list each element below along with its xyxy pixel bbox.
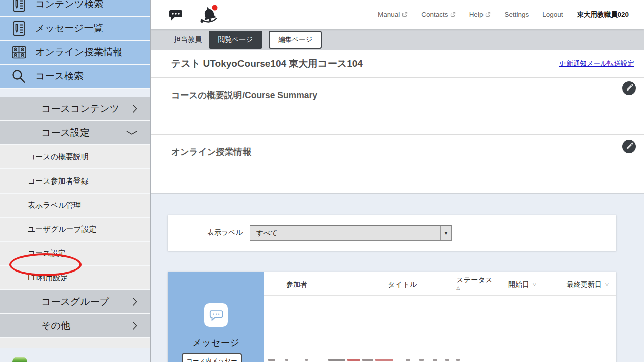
sidebar-item-display-label-management[interactable]: 表示ラベル管理 [0, 194, 150, 218]
message-table-header-row: 参加者 タイトル ステータス △ 開始日 ▽ 最終更新日 ▽ [264, 272, 616, 296]
sidebar-item-label: コース参加者登録 [28, 176, 89, 186]
sidebar-group-others[interactable]: その他 [0, 314, 150, 338]
sidebar-item-label: コース設定 [28, 249, 66, 258]
column-label: 開始日 [508, 280, 529, 288]
sidebar-item-label: コンテンツ検索 [35, 0, 103, 11]
sidebar-group-label: コースコンテンツ [41, 102, 119, 115]
sort-asc-icon: △ [456, 285, 492, 290]
sort-desc-icon: ▽ [533, 282, 536, 287]
sidebar-group-label: コースグループ [41, 295, 109, 308]
message-category-cell: メッセージ コース内メッセー [168, 272, 264, 362]
external-link-icon [485, 12, 491, 17]
chevron-right-icon [131, 104, 138, 114]
search-icon [10, 68, 27, 85]
clipped-row-text [268, 359, 515, 361]
column-header-title[interactable]: タイトル [388, 280, 417, 289]
sidebar-group-label: その他 [41, 319, 70, 332]
course-summary-section: コースの概要説明/Course Summary [151, 78, 644, 135]
sidebar-item-label: ユーザグループ設定 [28, 225, 97, 234]
external-link-icon [450, 12, 456, 17]
column-header-status[interactable]: ステータス △ [456, 276, 492, 290]
settings-link[interactable]: Settings [504, 11, 529, 18]
select-dropdown-arrow-icon[interactable]: ▼ [440, 226, 451, 240]
chevron-right-icon [131, 321, 138, 331]
sidebar-menu: コンテンツ検索 メッセージ一覧 [0, 0, 150, 348]
main-area: Manual Contacts Help [151, 0, 644, 362]
external-link-icon [402, 12, 408, 17]
message-panel-title: メッセージ [168, 336, 264, 349]
logout-link[interactable]: Logout [542, 11, 563, 18]
sidebar-item-course-settings[interactable]: コース設定 [0, 242, 150, 266]
manual-link[interactable]: Manual [378, 11, 408, 18]
sidebar-item-label: コースの概要説明 [28, 152, 89, 162]
display-label-selected-value: すべて [250, 229, 440, 238]
course-message-button[interactable]: コース内メッセー [182, 353, 242, 362]
sidebar-item-message-list[interactable]: メッセージ一覧 [0, 17, 150, 41]
sidebar-divider [0, 89, 150, 97]
course-title-bar: テスト UTokyoCourse104 東大用コース104 更新通知メール転送設… [151, 50, 644, 78]
online-class-info-heading: オンライン授業情報 [151, 135, 644, 158]
display-label-select[interactable]: すべて ▼ [250, 225, 452, 241]
sidebar: コンテンツ検索 メッセージ一覧 [0, 0, 151, 362]
sort-desc-icon: ▽ [605, 282, 609, 287]
topbar-nav: Manual Contacts Help [378, 11, 563, 18]
sidebar-group-label: コース設定 [41, 126, 90, 139]
messages-icon[interactable] [168, 8, 184, 22]
tab-view-page[interactable]: 閲覧ページ [209, 31, 262, 49]
role-label: 担当教員 [174, 35, 202, 44]
sidebar-group-course-settings[interactable]: コース設定 [0, 121, 150, 145]
chevron-down-icon [125, 130, 138, 136]
message-table: 参加者 タイトル ステータス △ 開始日 ▽ 最終更新日 ▽ [264, 272, 616, 362]
current-user-name: 東大用教職員020 [577, 10, 629, 19]
edit-course-summary-button[interactable] [622, 81, 636, 95]
content-background: 表示ラベル すべて ▼ メ [151, 194, 644, 362]
top-bar: Manual Contacts Help [151, 0, 644, 29]
contacts-link-label: Contacts [421, 11, 448, 18]
sidebar-item-online-class-info[interactable]: オンライン授業情報 [0, 41, 150, 65]
help-link[interactable]: Help [469, 11, 491, 18]
column-header-start-date[interactable]: 開始日 ▽ [508, 280, 536, 289]
sidebar-item-label: LTI利用設定 [28, 273, 68, 283]
sidebar-group-course-group[interactable]: コースグループ [0, 290, 150, 314]
display-label-filter-label: 表示ラベル [196, 228, 243, 237]
logout-link-label: Logout [542, 11, 563, 18]
notifications-bell-icon[interactable] [198, 4, 220, 25]
settings-link-label: Settings [504, 11, 529, 18]
help-link-label: Help [469, 11, 484, 18]
sidebar-item-lti-settings[interactable]: LTI利用設定 [0, 266, 150, 290]
sidebar-group-course-contents[interactable]: コースコンテンツ [0, 97, 150, 121]
sidebar-item-course-summary[interactable]: コースの概要説明 [0, 145, 150, 169]
column-header-last-updated[interactable]: 最終更新日 ▽ [567, 280, 609, 289]
column-label: 最終更新日 [567, 280, 602, 288]
clipboard-doc-icon [10, 20, 27, 37]
sidebar-item-user-group-settings[interactable]: ユーザグループ設定 [0, 218, 150, 242]
page-tab-strip: 担当教員 閲覧ページ 編集ページ [151, 29, 644, 50]
green-logo-icon [12, 357, 27, 362]
edit-online-class-info-button[interactable] [622, 140, 636, 153]
sidebar-item-content-search[interactable]: コンテンツ検索 [0, 0, 150, 17]
sidebar-item-label: オンライン授業情報 [35, 46, 122, 59]
tab-edit-page[interactable]: 編集ページ [269, 31, 322, 49]
sidebar-item-label: コース検索 [35, 70, 84, 83]
display-label-filter-panel: 表示ラベル すべて ▼ [168, 215, 616, 251]
online-class-info-section: オンライン授業情報 [151, 135, 644, 194]
column-label: 参加者 [286, 280, 307, 288]
sidebar-item-participant-registration[interactable]: コース参加者登録 [0, 169, 150, 194]
contacts-link[interactable]: Contacts [421, 11, 455, 18]
column-label: ステータス [456, 276, 492, 284]
manual-link-label: Manual [378, 11, 400, 18]
sidebar-item-label: 表示ラベル管理 [28, 201, 81, 210]
message-bubble-icon [204, 303, 228, 327]
video-grid-icon [10, 44, 27, 61]
course-title: テスト UTokyoCourse104 東大用コース104 [171, 57, 559, 70]
chevron-right-icon [131, 297, 138, 307]
column-header-participants[interactable]: 参加者 [286, 280, 307, 289]
update-notification-mail-link[interactable]: 更新通知メール転送設定 [559, 59, 634, 68]
sidebar-item-course-search[interactable]: コース検索 [0, 65, 150, 89]
notification-badge [212, 5, 218, 10]
column-label: タイトル [388, 280, 417, 288]
app-window: コンテンツ検索 メッセージ一覧 [0, 0, 644, 362]
course-summary-heading: コースの概要説明/Course Summary [151, 78, 644, 101]
clipboard-doc-icon [10, 0, 27, 13]
sidebar-item-clipped[interactable] [0, 338, 150, 348]
